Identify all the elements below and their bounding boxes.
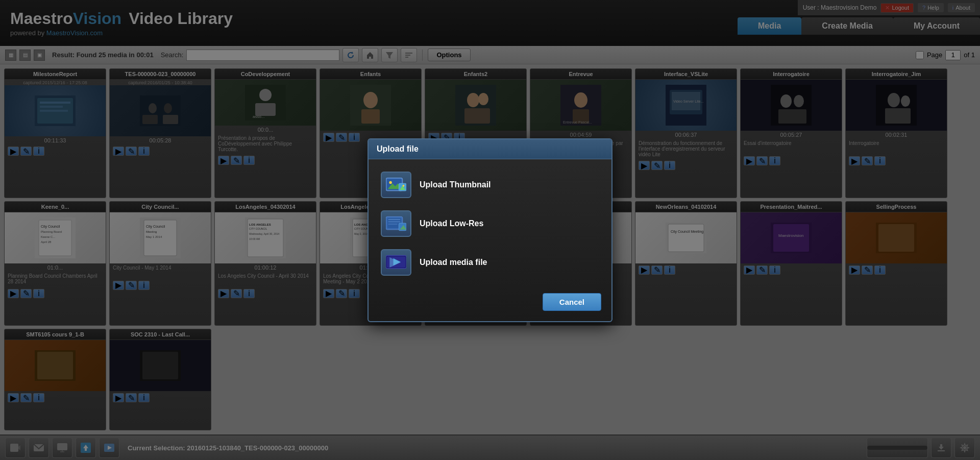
dialog-body: Upload Thumbnail Upload Low-Res	[369, 159, 611, 288]
upload-lowres-label: Upload Low-Res	[420, 219, 483, 228]
modal-overlay: Upload file Upload Thumbnail	[0, 0, 980, 460]
cancel-button[interactable]: Cancel	[543, 293, 601, 311]
svg-rect-106	[388, 224, 398, 225]
svg-rect-105	[388, 221, 401, 222]
upload-lowres-icon	[381, 210, 411, 237]
upload-dialog: Upload file Upload Thumbnail	[368, 138, 612, 322]
upload-thumbnail-icon	[381, 172, 411, 198]
upload-media-icon	[381, 249, 411, 276]
upload-lowres-option[interactable]: Upload Low-Res	[379, 208, 601, 239]
svg-rect-104	[388, 219, 401, 220]
dialog-footer: Cancel	[369, 288, 611, 321]
upload-media-label: Upload media file	[420, 258, 487, 267]
upload-media-option[interactable]: Upload media file	[379, 247, 601, 278]
svg-point-97	[389, 181, 391, 183]
svg-point-101	[403, 185, 405, 187]
upload-thumbnail-label: Upload Thumbnail	[420, 180, 491, 189]
dialog-title: Upload file	[369, 139, 611, 159]
upload-thumbnail-option[interactable]: Upload Thumbnail	[379, 170, 601, 200]
